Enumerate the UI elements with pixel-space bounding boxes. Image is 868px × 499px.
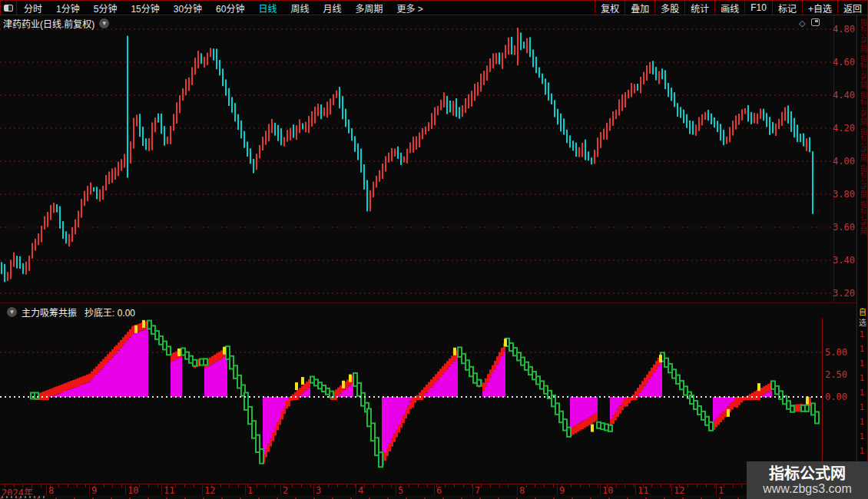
- timeline-separator: [46, 484, 47, 496]
- timeline-separator: [202, 484, 203, 496]
- button-统计[interactable]: 统计: [684, 1, 714, 15]
- timeline-label: 1: [718, 485, 724, 496]
- price-axis-label: 4.00: [830, 156, 855, 167]
- timeline-tick: [490, 484, 491, 487]
- timeline-tick: [427, 484, 428, 487]
- button-返回[interactable]: 返回: [837, 1, 868, 15]
- period-menu: 分时1分钟5分钟15分钟30分钟60分钟日线周线月线多周期更多 >: [0, 1, 430, 15]
- timeline-label: 7: [475, 485, 480, 496]
- chevron-down-icon[interactable]: ▾: [99, 18, 109, 28]
- timeline-label: 10: [602, 485, 613, 496]
- menu-item-5分钟[interactable]: 5分钟: [87, 2, 124, 15]
- chart-title-row: 津药药业(日线.前复权) ▾: [3, 17, 109, 30]
- timeline-separator: [396, 484, 396, 496]
- price-axis-label: 4.80: [830, 24, 855, 35]
- indicator-canvas[interactable]: [0, 318, 822, 484]
- timeline-tick: [661, 484, 661, 487]
- menu-item-周线[interactable]: 周线: [283, 2, 316, 15]
- price-axis: 4.804.604.404.204.003.803.603.403.20: [833, 15, 856, 302]
- main-kline-chart[interactable]: [0, 15, 833, 302]
- clipped-bottom-row: [0, 495, 868, 499]
- timeline-label: 12: [674, 485, 684, 496]
- timeline-tick: [634, 484, 634, 487]
- timeline-separator: [671, 484, 672, 496]
- button-+自选[interactable]: +自选: [802, 1, 837, 15]
- timeline-tick: [463, 484, 464, 487]
- timeline-separator: [557, 484, 558, 496]
- menu-item-30分钟[interactable]: 30分钟: [167, 2, 209, 15]
- window-layout-button[interactable]: [0, 1, 17, 15]
- timeline-label: 11: [638, 485, 648, 496]
- price-axis-label: 3.20: [830, 288, 855, 299]
- button-画线[interactable]: 画线: [714, 1, 744, 15]
- button-F10[interactable]: F10: [744, 1, 772, 15]
- menu-item-60分钟[interactable]: 60分钟: [209, 2, 251, 15]
- timeline-tick: [68, 484, 68, 487]
- price-axis-label: 4.20: [830, 123, 855, 134]
- right-pane-digit: 1: [860, 403, 864, 411]
- timeline-separator: [313, 484, 314, 496]
- menu-item-多周期[interactable]: 多周期: [349, 2, 390, 15]
- timeline-label: 8: [48, 485, 54, 496]
- timeline-tick: [535, 484, 535, 487]
- menu-item-更多 >[interactable]: 更多 >: [390, 2, 430, 15]
- right-pane-digit: 1: [860, 374, 864, 382]
- timeline-tick: [544, 484, 545, 487]
- timeline-label: 9: [559, 485, 565, 496]
- indicator-header: ▾ 主力吸筹共振 抄底王: 0.00: [2, 306, 135, 319]
- timeline-separator: [635, 484, 636, 496]
- button-多股[interactable]: 多股: [654, 1, 684, 15]
- timeline-label: 9: [91, 485, 97, 496]
- timeline-tick: [58, 484, 59, 487]
- diamond-marker-icon[interactable]: ◇: [799, 18, 805, 28]
- timeline-axis[interactable]: 2024年891011121234567891011121: [0, 484, 868, 495]
- timeline-tick: [741, 484, 742, 487]
- menu-item-分时[interactable]: 分时: [17, 2, 49, 15]
- watermark-url: www.zbgs3.com: [763, 482, 852, 496]
- menu-item-1分钟[interactable]: 1分钟: [49, 2, 87, 15]
- button-叠加[interactable]: 叠加: [624, 1, 654, 15]
- timeline-tick: [373, 484, 374, 487]
- menu-item-15分钟[interactable]: 15分钟: [124, 2, 166, 15]
- watermark-title: 指标公式网: [769, 465, 846, 482]
- button-复权[interactable]: 复权: [595, 1, 624, 15]
- panel-maximize-icon[interactable]: [811, 18, 820, 26]
- window-layout-icon: [4, 5, 13, 12]
- timeline-tick: [148, 484, 149, 487]
- timeline-label: 4: [358, 485, 363, 496]
- timeline-tick: [112, 484, 113, 487]
- timeline-label: 11: [164, 485, 174, 496]
- timeline-tick: [571, 484, 571, 487]
- indicator-axis: 5.002.500.00: [822, 318, 856, 484]
- timeline-tick: [616, 484, 617, 487]
- timeline-tick: [454, 484, 455, 487]
- menu-item-月线[interactable]: 月线: [316, 2, 349, 15]
- timeline-tick: [229, 484, 230, 487]
- right-pane-vertical-text: 指标公式网 指标公式网 指标公式网 指标公式网 指标公式网 指标公式网: [859, 18, 867, 301]
- timeline-tick: [526, 484, 527, 487]
- right-pane-digit: 1: [860, 432, 864, 441]
- timeline-separator: [125, 484, 126, 496]
- timeline-tick: [301, 484, 302, 487]
- kline-canvas[interactable]: [0, 15, 833, 302]
- chevron-down-icon[interactable]: ▾: [7, 307, 17, 317]
- menu-item-日线[interactable]: 日线: [251, 2, 283, 15]
- timeline-separator: [434, 484, 435, 496]
- button-标记[interactable]: 标记: [772, 1, 802, 15]
- timeline-tick: [346, 484, 347, 487]
- right-pane-digit: 1: [860, 359, 864, 368]
- panel-divider: [0, 302, 857, 303]
- timeline-separator: [245, 484, 246, 496]
- timeline-tick: [598, 484, 598, 487]
- price-axis-label: 4.60: [830, 57, 855, 68]
- timeline-tick: [624, 484, 625, 487]
- timeline-tick: [697, 484, 697, 487]
- right-pane-digit: 1: [860, 388, 864, 397]
- timeline-tick: [508, 484, 509, 487]
- right-pane-tab-char2: 选: [859, 316, 866, 328]
- timeline-label: 1: [247, 485, 253, 496]
- indicator-chart[interactable]: [0, 318, 822, 484]
- right-pane-tab-char: 自: [859, 306, 866, 317]
- timeline-label: 3: [316, 485, 321, 496]
- timeline-tick: [257, 484, 257, 487]
